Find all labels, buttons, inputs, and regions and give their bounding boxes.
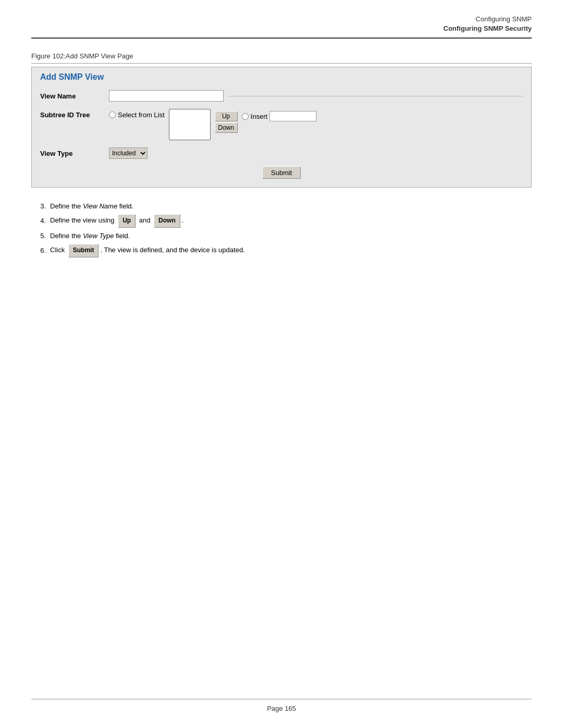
footer-divider — [31, 699, 532, 699]
step-4-num: 4. — [31, 215, 46, 227]
panel-body: View Name Subtree ID Tree Select from Li… — [32, 85, 531, 187]
radio-select[interactable] — [109, 112, 116, 118]
view-type-select[interactable]: Included Excluded — [109, 147, 148, 159]
inline-up-button: Up — [118, 214, 136, 228]
step-6-text: Click Submit. The view is defined, and t… — [50, 244, 245, 257]
subtree-label: Subtree ID Tree — [40, 109, 103, 119]
view-type-label: View Type — [40, 150, 103, 157]
step-3-text: Define the View Name field. — [50, 200, 133, 212]
insert-input[interactable] — [270, 111, 316, 121]
subtree-row: Subtree ID Tree Select from List Up Down — [40, 109, 523, 140]
subtree-controls: Select from List Up Down Insert — [109, 109, 316, 140]
header-line2: Configuring SNMP Security — [444, 24, 532, 33]
instruction-list: 3. Define the View Name field. 4. Define… — [31, 200, 532, 257]
snmp-panel: Add SNMP View View Name Subtree ID Tree … — [31, 67, 532, 188]
step-3-num: 3. — [31, 200, 46, 212]
header-divider — [31, 38, 532, 39]
page-header: Configuring SNMP Configuring SNMP Securi… — [444, 15, 532, 33]
radio-insert-label: Insert — [251, 113, 268, 120]
main-content: Figure 102:Add SNMP View Page Add SNMP V… — [31, 52, 532, 260]
instruction-step-6: 6. Click Submit. The view is defined, an… — [31, 244, 532, 257]
up-down-group: Up Down — [215, 109, 238, 133]
inline-submit-button: Submit — [68, 244, 99, 257]
panel-title: Add SNMP View — [32, 67, 531, 85]
radio-select-label: Select from List — [118, 111, 165, 119]
subtree-listbox[interactable] — [169, 109, 211, 140]
submit-button[interactable]: Submit — [262, 166, 301, 179]
radio-insert[interactable] — [242, 113, 249, 120]
up-button[interactable]: Up — [215, 111, 238, 121]
radio-select-group: Select from List — [109, 109, 165, 119]
down-button[interactable]: Down — [215, 122, 238, 133]
view-name-row: View Name — [40, 90, 523, 102]
view-name-label: View Name — [40, 92, 103, 100]
instructions: 3. Define the View Name field. 4. Define… — [31, 200, 532, 257]
instruction-step-4: 4. Define the view using Up and Down. — [31, 214, 532, 228]
instruction-step-3: 3. Define the View Name field. — [31, 200, 532, 212]
view-name-input[interactable] — [109, 90, 224, 102]
inline-down-button: Down — [154, 214, 180, 228]
page-footer: Page 165 — [0, 704, 563, 712]
page-number: Page 165 — [267, 705, 296, 712]
step-5-italic: View Type — [83, 232, 114, 240]
view-type-row: View Type Included Excluded — [40, 147, 523, 159]
step-3-italic: View Name — [83, 202, 117, 210]
instruction-step-5: 5. Define the View Type field. — [31, 230, 532, 242]
step-5-text: Define the View Type field. — [50, 230, 130, 242]
submit-row: Submit — [40, 166, 523, 179]
step-4-text: Define the view using Up and Down. — [50, 214, 183, 228]
insert-group: Insert — [242, 109, 317, 121]
step-6-num: 6. — [31, 244, 46, 256]
header-line1: Configuring SNMP — [444, 15, 532, 24]
figure-caption: Figure 102:Add SNMP View Page — [31, 52, 532, 64]
step-5-num: 5. — [31, 230, 46, 242]
